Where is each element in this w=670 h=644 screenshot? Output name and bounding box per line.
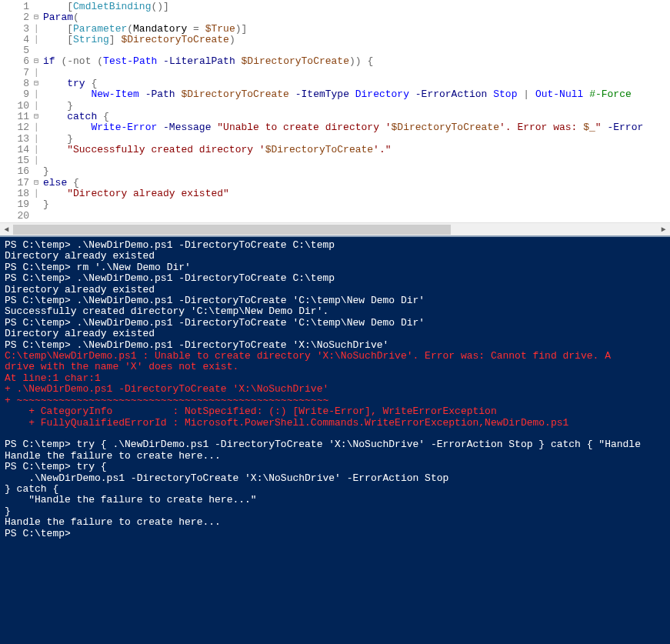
console-line: PS C:\temp> try { [5, 462, 665, 472]
line-number-gutter: 1234567891011121314151617181920 [0, 0, 34, 222]
code-line[interactable]: try { [43, 78, 670, 89]
console-error-line: + .\NewDirDemo.ps1 -DirectoryToCreate 'X… [5, 384, 665, 395]
code-line[interactable]: Param( [43, 12, 670, 23]
console-line: } [5, 506, 665, 517]
fold-toggle-icon[interactable]: ⊟ [34, 78, 43, 89]
line-number: 11 [0, 112, 29, 122]
line-number: 8 [0, 78, 29, 89]
console-error-line: + CategoryInfo : NotSpecified: (:) [Writ… [5, 406, 665, 417]
fold-guide: │ [34, 68, 43, 78]
console-line: PS C:\temp> .\NewDirDemo.ps1 -DirectoryT… [5, 318, 665, 329]
line-number: 1 [0, 2, 29, 12]
fold-toggle-icon[interactable]: ⊟ [34, 112, 43, 122]
code-editor-pane[interactable]: 1234567891011121314151617181920 ⊟││⊟│⊟││… [0, 0, 670, 222]
line-number: 15 [0, 155, 29, 166]
code-line[interactable] [43, 155, 670, 166]
console-line: Handle the failure to create here... [5, 451, 665, 462]
console-error-line: drive with the name 'X' does not exist. [5, 362, 665, 372]
console-line: Directory already existed [5, 285, 665, 295]
line-number: 7 [0, 68, 29, 78]
code-line[interactable]: [Parameter(Mandatory = $True)] [43, 24, 670, 35]
fold-guide [34, 211, 43, 222]
fold-guide: │ [34, 122, 43, 133]
code-content[interactable]: [CmdletBinding()]Param( [Parameter(Manda… [43, 0, 670, 222]
code-line[interactable]: } [43, 101, 670, 112]
code-line[interactable]: Write-Error -Message "Unable to create d… [43, 122, 670, 133]
console-error-line: At line:1 char:1 [5, 373, 665, 384]
line-number: 20 [0, 211, 29, 222]
code-line[interactable]: "Directory already existed" [43, 189, 670, 199]
line-number: 4 [0, 35, 29, 45]
line-number: 12 [0, 122, 29, 133]
fold-guide: │ [34, 24, 43, 35]
line-number: 10 [0, 101, 29, 112]
fold-column[interactable]: ⊟││⊟│⊟││⊟││││⊟│ [34, 0, 43, 222]
console-error-line: + FullyQualifiedErrorId : Microsoft.Powe… [5, 418, 665, 429]
line-number: 16 [0, 166, 29, 177]
code-line[interactable]: else { [43, 178, 670, 189]
code-line[interactable]: if (-not (Test-Path -LiteralPath $Direct… [43, 56, 670, 67]
line-number: 17 [0, 178, 29, 189]
fold-guide: │ [34, 89, 43, 100]
code-line[interactable]: [String] $DirectoryToCreate) [43, 35, 670, 45]
fold-guide: │ [34, 155, 43, 166]
console-line: } catch { [5, 484, 665, 495]
console-line: Successfully created directory 'C:\temp\… [5, 306, 665, 317]
console-line: PS C:\temp> .\NewDirDemo.ps1 -DirectoryT… [5, 273, 665, 284]
scroll-right-arrow[interactable]: ► [657, 223, 670, 236]
console-line: Directory already existed [5, 251, 665, 262]
line-number: 6 [0, 56, 29, 67]
line-number: 2 [0, 12, 29, 23]
code-line[interactable] [43, 211, 670, 222]
line-number: 9 [0, 89, 29, 100]
line-number: 5 [0, 45, 29, 56]
console-line: PS C:\temp> .\NewDirDemo.ps1 -DirectoryT… [5, 340, 665, 351]
console-line [5, 429, 665, 439]
fold-toggle-icon[interactable]: ⊟ [34, 178, 43, 189]
code-line[interactable]: [CmdletBinding()] [43, 2, 670, 12]
code-line[interactable]: } [43, 166, 670, 177]
line-number: 3 [0, 24, 29, 35]
fold-guide [34, 2, 43, 12]
code-line[interactable]: "Successfully created directory '$Direct… [43, 145, 670, 155]
console-line: PS C:\temp> rm '.\New Demo Dir' [5, 262, 665, 273]
console-line: PS C:\temp> .\NewDirDemo.ps1 -DirectoryT… [5, 240, 665, 251]
line-number: 14 [0, 145, 29, 155]
console-error-line: C:\temp\NewDirDemo.ps1 : Unable to creat… [5, 351, 665, 362]
code-line[interactable]: } [43, 134, 670, 145]
fold-guide [34, 199, 43, 210]
line-number: 18 [0, 189, 29, 199]
fold-guide: │ [34, 35, 43, 45]
console-line: Directory already existed [5, 329, 665, 339]
console-error-line: + ~~~~~~~~~~~~~~~~~~~~~~~~~~~~~~~~~~~~~~… [5, 395, 665, 406]
console-line: PS C:\temp> [5, 529, 665, 539]
console-line: PS C:\temp> try { .\NewDirDemo.ps1 -Dire… [5, 439, 665, 450]
console-line: "Handle the failure to create here..." [5, 495, 665, 506]
line-number: 19 [0, 199, 29, 210]
scroll-thumb[interactable] [13, 225, 451, 235]
code-line[interactable]: } [43, 199, 670, 210]
fold-toggle-icon[interactable]: ⊟ [34, 12, 43, 23]
fold-guide: │ [34, 145, 43, 155]
scroll-track[interactable] [13, 223, 657, 236]
line-number: 13 [0, 134, 29, 145]
fold-guide: │ [34, 101, 43, 112]
fold-toggle-icon[interactable]: ⊟ [34, 56, 43, 67]
fold-guide: │ [34, 134, 43, 145]
code-line[interactable]: catch { [43, 112, 670, 122]
scroll-left-arrow[interactable]: ◄ [0, 223, 13, 236]
console-pane[interactable]: PS C:\temp> .\NewDirDemo.ps1 -DirectoryT… [0, 235, 670, 644]
fold-guide [34, 45, 43, 56]
code-line[interactable] [43, 45, 670, 56]
code-line[interactable] [43, 68, 670, 78]
horizontal-scrollbar[interactable]: ◄ ► [0, 222, 670, 235]
code-line[interactable]: New-Item -Path $DirectoryToCreate -ItemT… [43, 89, 670, 100]
console-line: Handle the failure to create here... [5, 517, 665, 528]
fold-guide: │ [34, 189, 43, 199]
fold-guide [34, 166, 43, 177]
console-line: .\NewDirDemo.ps1 -DirectoryToCreate 'X:\… [5, 473, 665, 484]
console-line: PS C:\temp> .\NewDirDemo.ps1 -DirectoryT… [5, 295, 665, 306]
